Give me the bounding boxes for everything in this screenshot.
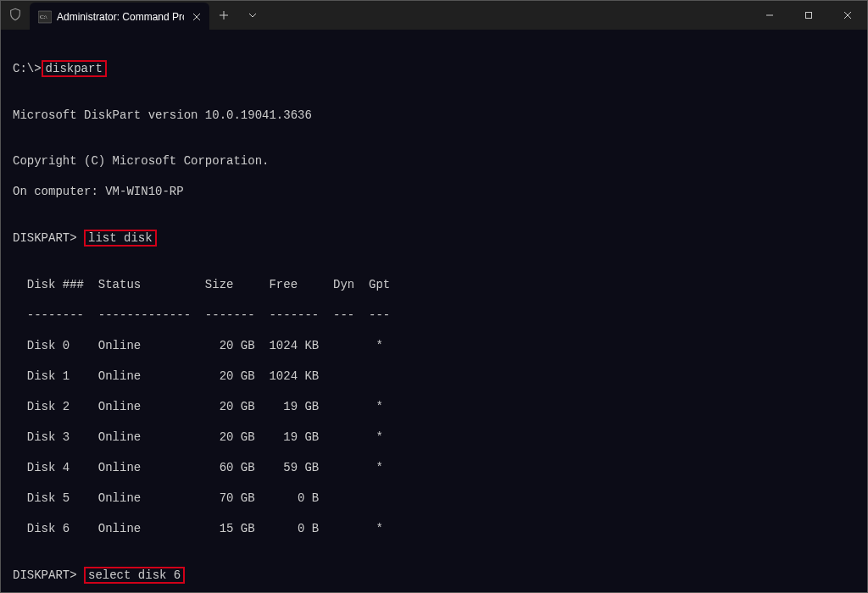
minimize-button[interactable] xyxy=(750,1,789,30)
table-separator: -------- ------------- ------- ------- -… xyxy=(13,308,860,323)
table-row: Disk 4 Online 60 GB 59 GB * xyxy=(13,460,860,475)
svg-rect-2 xyxy=(806,13,812,19)
terminal-window: C:\ Administrator: Command Prom C:\>disk… xyxy=(0,0,868,593)
table-row: Disk 0 Online 20 GB 1024 KB * xyxy=(13,338,860,353)
table-row: Disk 6 Online 15 GB 0 B * xyxy=(13,521,860,536)
new-tab-button[interactable] xyxy=(209,1,238,30)
window-icon-wrap xyxy=(1,1,30,30)
titlebar: C:\ Administrator: Command Prom xyxy=(1,1,867,30)
close-icon xyxy=(192,13,201,21)
svg-text:C:\: C:\ xyxy=(40,14,47,20)
table-row: Disk 5 Online 70 GB 0 B xyxy=(13,490,860,506)
plus-icon xyxy=(219,10,229,20)
version-line: Microsoft DiskPart version 10.0.19041.36… xyxy=(13,108,860,123)
computer-line: On computer: VM-WIN10-RP xyxy=(13,184,860,199)
shield-icon xyxy=(8,8,22,24)
window-close-button[interactable] xyxy=(828,1,867,30)
terminal-body[interactable]: C:\>diskpart Microsoft DiskPart version … xyxy=(1,30,867,592)
highlight-listdisk: list disk xyxy=(84,230,157,247)
table-header: Disk ### Status Size Free Dyn Gpt xyxy=(13,277,860,292)
copyright-line: Copyright (C) Microsoft Corporation. xyxy=(13,153,860,169)
tab-close-button[interactable] xyxy=(189,9,204,25)
tab-dropdown-button[interactable] xyxy=(238,1,267,30)
chevron-down-icon xyxy=(248,11,257,19)
table-row: Disk 2 Online 20 GB 19 GB * xyxy=(13,399,860,414)
prompt-line: DISKPART> list disk xyxy=(13,230,860,247)
diskpart-prompt: DISKPART> xyxy=(13,568,84,582)
maximize-icon xyxy=(804,11,813,19)
shell-prompt: C:\> xyxy=(13,62,42,75)
highlight-diskpart: diskpart xyxy=(42,60,107,77)
highlight-select: select disk 6 xyxy=(84,567,185,584)
tab-title: Administrator: Command Prom xyxy=(57,11,184,23)
prompt-line: C:\>diskpart xyxy=(13,60,860,77)
close-icon xyxy=(843,11,852,19)
table-row: Disk 1 Online 20 GB 1024 KB xyxy=(13,369,860,384)
table-row: Disk 3 Online 20 GB 19 GB * xyxy=(13,430,860,445)
minimize-icon xyxy=(765,11,774,19)
prompt-line: DISKPART> select disk 6 xyxy=(13,567,860,584)
tab-active[interactable]: C:\ Administrator: Command Prom xyxy=(30,3,209,31)
titlebar-spacer xyxy=(267,1,750,30)
diskpart-prompt: DISKPART> xyxy=(13,231,84,245)
maximize-button[interactable] xyxy=(789,1,828,30)
cmd-icon: C:\ xyxy=(38,10,52,24)
